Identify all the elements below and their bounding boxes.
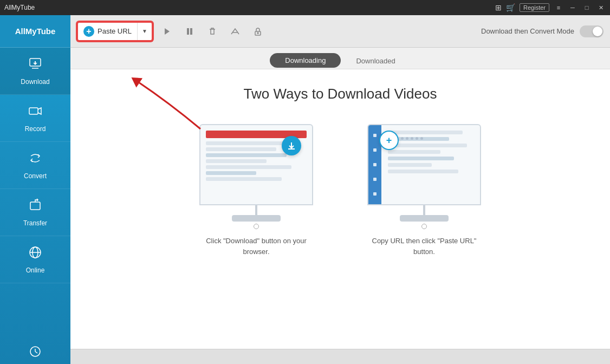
mode-label: Download then Convert Mode: [481, 27, 574, 35]
sidebar-clock-icon[interactable]: [29, 339, 41, 364]
toolbar: + Paste URL ▼: [70, 15, 610, 48]
monitor-neck-2: [423, 205, 425, 215]
toggle-knob: [593, 27, 602, 36]
app-logo: AllMyTube: [0, 15, 70, 48]
way-item-1: Click "Download" button on your browser.: [194, 124, 319, 257]
paste-plus-icon: +: [83, 26, 94, 37]
tabs-bar: Downloading Downloaded: [70, 48, 610, 69]
pause-button[interactable]: [181, 23, 198, 40]
minimize-icon[interactable]: ─: [568, 3, 577, 12]
maximize-icon[interactable]: □: [582, 3, 592, 12]
sidebar: AllMyTube Download: [0, 15, 70, 364]
download-overlay-icon: [282, 136, 301, 155]
sidebar-item-transfer-label: Transfer: [23, 219, 47, 227]
svg-marker-11: [165, 28, 170, 35]
convert-nav-icon: [28, 151, 43, 169]
paste-url-dropdown-arrow[interactable]: ▼: [138, 23, 152, 40]
monitor-1: [194, 124, 319, 227]
register-button[interactable]: Register: [520, 3, 549, 12]
film-hole-5: [373, 192, 377, 196]
tab-downloaded[interactable]: Downloaded: [341, 54, 410, 68]
monitor-neck-1: [255, 205, 257, 215]
paste-url-main: + Paste URL: [78, 23, 138, 40]
download-nav-icon: [28, 56, 43, 75]
film-hole-1: [373, 134, 377, 137]
sidebar-nav: Download Record: [0, 48, 70, 339]
media-icon[interactable]: ⊞: [495, 3, 502, 12]
menu-icon[interactable]: ≡: [554, 3, 563, 12]
sidebar-item-record-label: Record: [25, 125, 46, 133]
content-area: Two Ways to Download Videos: [70, 69, 610, 349]
svg-point-16: [257, 32, 258, 34]
monitor-base-1: [232, 215, 281, 222]
title-bar-left: AllMyTube: [4, 4, 35, 11]
transfer-nav-icon: [28, 198, 43, 216]
sidebar-item-transfer[interactable]: Transfer: [0, 189, 70, 236]
svg-rect-3: [29, 108, 38, 114]
delete-button[interactable]: [204, 23, 221, 40]
svg-line-10: [35, 352, 37, 353]
way-caption-1: Click "Download" button on your browser.: [202, 236, 310, 257]
monitor-base-2: [400, 215, 449, 222]
record-nav-icon: [28, 103, 43, 122]
two-ways-section: Click "Download" button on your browser.: [81, 124, 599, 257]
lock-button[interactable]: [249, 23, 267, 40]
close-icon[interactable]: ✕: [596, 3, 606, 12]
sidebar-item-online[interactable]: Online: [0, 236, 70, 283]
film-hole-4: [373, 178, 377, 181]
film-hole-3: [373, 163, 377, 166]
cart-icon[interactable]: 🛒: [506, 3, 515, 12]
title-bar: AllMyTube ⊞ 🛒 Register ≡ ─ □ ✕: [0, 0, 610, 15]
title-bar-icons: ⊞ 🛒 Register ≡ ─ □ ✕: [495, 3, 606, 12]
monitor-screen-2: +: [367, 124, 481, 205]
sidebar-item-convert-label: Convert: [24, 172, 47, 180]
app-container: AllMyTube Download: [0, 15, 610, 364]
main-area: + Paste URL ▼: [70, 15, 610, 364]
svg-rect-4: [30, 202, 40, 210]
sidebar-item-record[interactable]: Record: [0, 95, 70, 142]
paste-url-button[interactable]: + Paste URL ▼: [77, 22, 153, 41]
svg-rect-12: [187, 28, 189, 35]
way-caption-2: Copy URL then click "Paste URL" button.: [370, 236, 478, 257]
paste-url-label: Paste URL: [98, 27, 132, 35]
way-item-2: +: [362, 124, 486, 257]
toolbar-right: Download then Convert Mode: [481, 25, 603, 37]
mode-toggle[interactable]: [580, 25, 603, 37]
content-title: Two Ways to Download Videos: [244, 86, 437, 102]
sidebar-item-convert[interactable]: Convert: [0, 142, 70, 189]
app-name: AllMyTube: [4, 4, 35, 11]
paste-overlay-icon: +: [379, 131, 399, 150]
monitor-2: +: [362, 124, 486, 227]
speed-button[interactable]: [226, 23, 244, 40]
tab-downloading[interactable]: Downloading: [270, 53, 341, 68]
status-bar: [70, 349, 610, 364]
online-nav-icon: [28, 245, 43, 263]
sidebar-item-online-label: Online: [26, 266, 45, 274]
film-hole-2: [373, 148, 377, 152]
play-button[interactable]: [158, 23, 176, 40]
sidebar-item-download[interactable]: Download: [0, 48, 70, 95]
svg-rect-13: [190, 28, 192, 35]
monitor-screen-1: [199, 124, 313, 205]
sidebar-item-download-label: Download: [21, 78, 49, 86]
